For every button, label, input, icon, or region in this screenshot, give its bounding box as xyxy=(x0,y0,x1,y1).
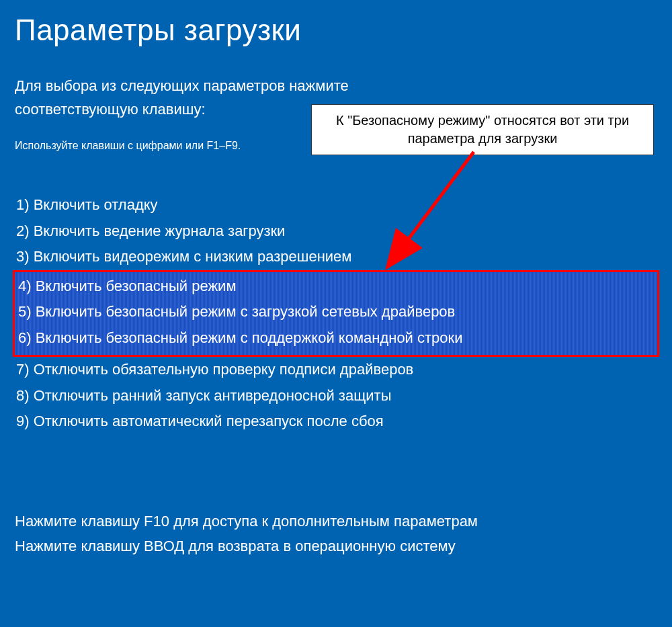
boot-option-6[interactable]: 6) Включить безопасный режим с поддержко… xyxy=(15,325,657,351)
footer-hint-enter: Нажмите клавишу ВВОД для возврата в опер… xyxy=(15,534,657,558)
boot-options-list: 1) Включить отладку 2) Включить ведение … xyxy=(15,192,657,435)
boot-option-9[interactable]: 9) Отключить автоматический перезапуск п… xyxy=(15,409,657,435)
annotation-callout: К "Безопасному режиму" относятся вот эти… xyxy=(311,104,654,155)
boot-option-3[interactable]: 3) Включить видеорежим с низким разрешен… xyxy=(15,244,657,270)
boot-option-7[interactable]: 7) Отключить обязательную проверку подпи… xyxy=(15,357,657,383)
boot-option-5[interactable]: 5) Включить безопасный режим с загрузкой… xyxy=(15,299,657,325)
boot-option-4[interactable]: 4) Включить безопасный режим xyxy=(15,274,657,300)
boot-option-2[interactable]: 2) Включить ведение журнала загрузки xyxy=(15,218,657,245)
boot-option-1[interactable]: 1) Включить отладку xyxy=(15,192,657,218)
page-title: Параметры загрузки xyxy=(15,13,657,47)
safe-mode-highlight: 4) Включить безопасный режим 5) Включить… xyxy=(13,270,659,358)
footer-hint-f10: Нажмите клавишу F10 для доступа к дополн… xyxy=(15,509,657,534)
boot-option-8[interactable]: 8) Отключить ранний запуск антивредоносн… xyxy=(15,383,657,409)
